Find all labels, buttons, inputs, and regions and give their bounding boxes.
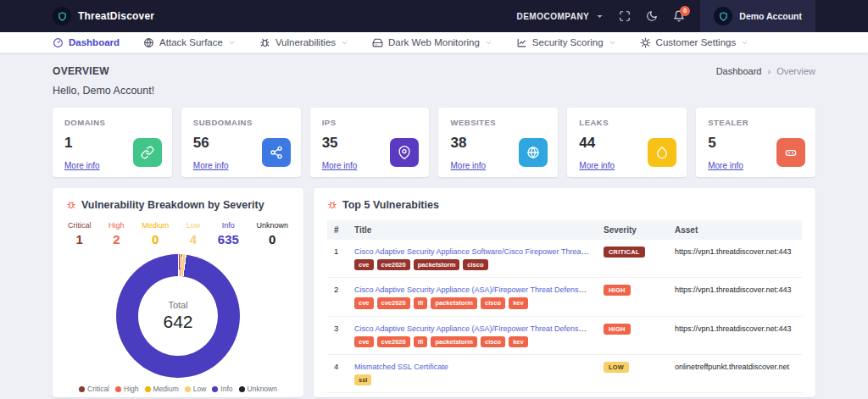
- table-header-row: #TitleSeverityAsset: [327, 220, 802, 240]
- column-header-severity: Severity: [597, 220, 668, 240]
- tag-badge: kev: [509, 336, 528, 347]
- more-info-link[interactable]: More info: [450, 161, 486, 170]
- top-vulnerabilities-panel: Top 5 Vulnerabities #TitleSeverityAsset …: [314, 188, 815, 397]
- account-name: Demo Account: [739, 11, 802, 21]
- table-row: 3Cisco Adaptive Security Appliance (ASA)…: [327, 316, 802, 354]
- breadcrumb-separator-icon: ›: [767, 66, 771, 76]
- nav-item-customer-settings[interactable]: Customer Settings: [640, 37, 749, 48]
- chevron-down-icon: [485, 39, 492, 47]
- row-number: 3: [327, 316, 348, 354]
- tag-badge: lfi: [414, 297, 428, 308]
- stat-card-websites: WEBSITES38More info: [438, 108, 558, 177]
- bug-icon: [66, 200, 76, 210]
- tag-badge: kev: [509, 297, 528, 308]
- severity-donut-chart: Total 642: [116, 254, 240, 378]
- more-info-link[interactable]: More info: [579, 161, 615, 170]
- legend-dot: [79, 386, 85, 392]
- server-icon: [372, 37, 383, 48]
- dark-mode-toggle[interactable]: [646, 10, 658, 22]
- stat-label: SUBDOMAINS: [193, 118, 289, 127]
- asset-value: onlinetreffpunkt.threatdiscover.net: [675, 363, 789, 371]
- stat-card-ips: IPS35More info: [310, 108, 430, 177]
- vulnerability-link[interactable]: Cisco Adaptive Security Appliance (ASA)/…: [354, 285, 590, 294]
- vulnerability-link[interactable]: Mismatched SSL Certificate: [354, 363, 448, 371]
- stat-label: WEBSITES: [450, 118, 546, 127]
- legend-item-medium: Medium: [145, 385, 179, 393]
- tag-badge: lfi: [414, 336, 428, 347]
- mask-icon: [776, 138, 805, 167]
- tag-badge: cve: [354, 297, 374, 308]
- more-info-link[interactable]: More info: [708, 161, 743, 170]
- legend-dot: [239, 386, 245, 392]
- row-number: 2: [327, 278, 348, 316]
- severity-breakdown-panel: Vulnerability Breakdown by Severity Crit…: [53, 188, 303, 397]
- legend-dot: [212, 386, 218, 392]
- table-row: 4Mismatched SSL CertificatesslLOWonlinet…: [327, 354, 802, 392]
- legend-dot: [185, 386, 191, 392]
- breadcrumb-parent[interactable]: Dashboard: [716, 66, 762, 76]
- notifications-button[interactable]: 0: [673, 10, 685, 22]
- droplet-icon: [648, 138, 676, 167]
- stat-label: STEALER: [708, 118, 804, 127]
- severity-stat-unknown: Unknown0: [256, 221, 288, 247]
- main-content: OVERVIEW Dashboard › Overview Hello, Dem…: [0, 53, 868, 399]
- account-menu[interactable]: Demo Account: [700, 0, 815, 32]
- globe-icon: [519, 138, 548, 167]
- table-row: 1Cisco Adaptive Security Appliance Softw…: [327, 240, 802, 278]
- vulnerability-link[interactable]: Cisco Adaptive Security Appliance (ASA)/…: [354, 324, 590, 333]
- brand-shield-icon: [53, 7, 71, 25]
- nav-item-attack-surface[interactable]: Attack Surface: [143, 37, 236, 48]
- asset-value: https://vpn1.threatdiscover.net:443: [675, 247, 792, 256]
- tag-badge: packetstorm: [431, 297, 477, 308]
- stat-label: IPS: [322, 118, 418, 127]
- vuln-table-title: Top 5 Vulnerabities: [342, 199, 439, 211]
- severity-stat-info: Info635: [218, 221, 239, 247]
- row-number: 1: [327, 240, 348, 278]
- tag-badge: cve: [354, 259, 374, 270]
- column-header-asset: Asset: [668, 220, 802, 240]
- severity-stat-critical: Critical1: [68, 221, 92, 247]
- nav-item-dark-web-monitoring[interactable]: Dark Web Monitoring: [372, 37, 492, 48]
- breadcrumb: Dashboard › Overview: [716, 66, 815, 76]
- more-info-link[interactable]: More info: [322, 161, 358, 170]
- more-info-link[interactable]: More info: [193, 161, 229, 170]
- vulnerability-link[interactable]: Cisco Adaptive Security Appliance Softwa…: [354, 247, 590, 256]
- stat-card-domains: DOMAINS1More info: [53, 108, 172, 177]
- table-row: 2Cisco Adaptive Security Appliance (ASA)…: [327, 278, 802, 316]
- chart-icon: [516, 37, 527, 48]
- nav-item-security-scoring[interactable]: Security Scoring: [516, 37, 616, 48]
- stats-row: DOMAINS1More infoSUBDOMAINS56More infoIP…: [53, 108, 815, 177]
- chevron-down-icon: [341, 39, 348, 47]
- tag-badge: cve2020: [377, 336, 410, 347]
- tag-badge: cisco: [463, 259, 487, 270]
- severity-stats: Critical1High2Medium0Low4Info635Unknown0: [66, 221, 290, 247]
- severity-stat-medium: Medium0: [142, 221, 169, 247]
- legend-item-high: High: [115, 385, 138, 393]
- more-info-link[interactable]: More info: [64, 161, 100, 170]
- legend-item-unknown: Unknown: [239, 385, 277, 393]
- sitemap-icon: [262, 138, 291, 167]
- tag-badge: cve2020: [377, 259, 410, 270]
- asset-value: https://vpn1.threatdiscover.net:443: [675, 285, 792, 294]
- fullscreen-button[interactable]: [619, 10, 631, 22]
- tag-badge: packetstorm: [414, 259, 460, 270]
- tag-badge: ssl: [354, 374, 371, 385]
- nav-item-dashboard[interactable]: Dashboard: [53, 37, 120, 48]
- tag-badge: cve: [354, 336, 374, 347]
- donut-center-label: Total: [168, 300, 187, 310]
- page-title: OVERVIEW: [53, 65, 109, 77]
- severity-badge: HIGH: [604, 324, 631, 335]
- company-selector[interactable]: DEMOCOMPANY: [516, 12, 604, 21]
- link-icon: [133, 138, 162, 167]
- nav-item-vulnerabilities[interactable]: Vulnerabilities: [259, 37, 348, 48]
- breadcrumb-current: Overview: [776, 66, 815, 76]
- legend-item-low: Low: [185, 385, 207, 393]
- brand[interactable]: ThreatDiscover: [53, 7, 154, 25]
- column-header-title: Title: [348, 220, 597, 240]
- tag-badge: packetstorm: [431, 336, 477, 347]
- legend-item-info: Info: [212, 385, 232, 393]
- row-number: 4: [327, 354, 348, 392]
- tag-badge: cisco: [481, 336, 505, 347]
- vulnerabilities-table: #TitleSeverityAsset 1Cisco Adaptive Secu…: [327, 220, 802, 397]
- avatar: [714, 7, 732, 25]
